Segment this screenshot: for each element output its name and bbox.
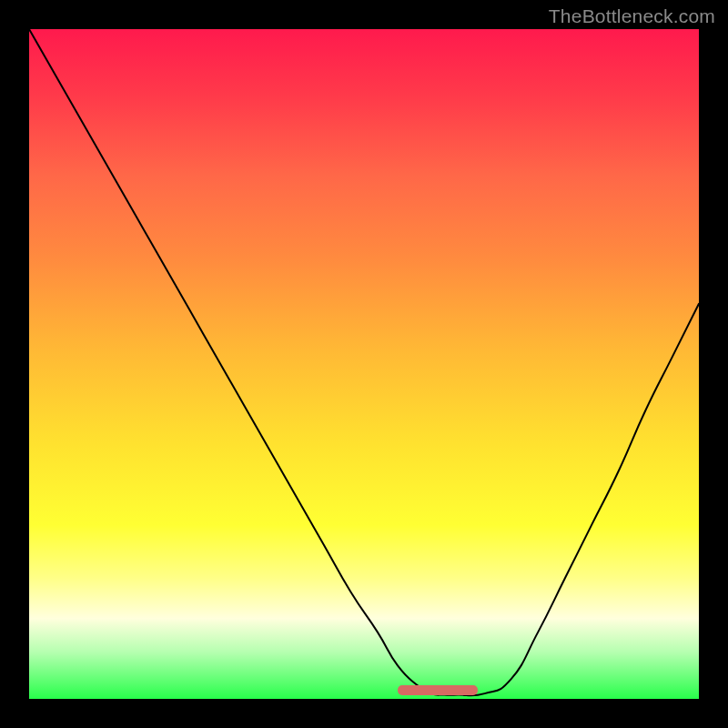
chart-frame: TheBottleneck.com [0, 0, 728, 728]
watermark-text: TheBottleneck.com [549, 5, 715, 27]
bottleneck-curve [29, 29, 699, 695]
curve-layer [29, 29, 699, 699]
bottom-marker [398, 685, 478, 695]
plot-area [29, 29, 699, 699]
